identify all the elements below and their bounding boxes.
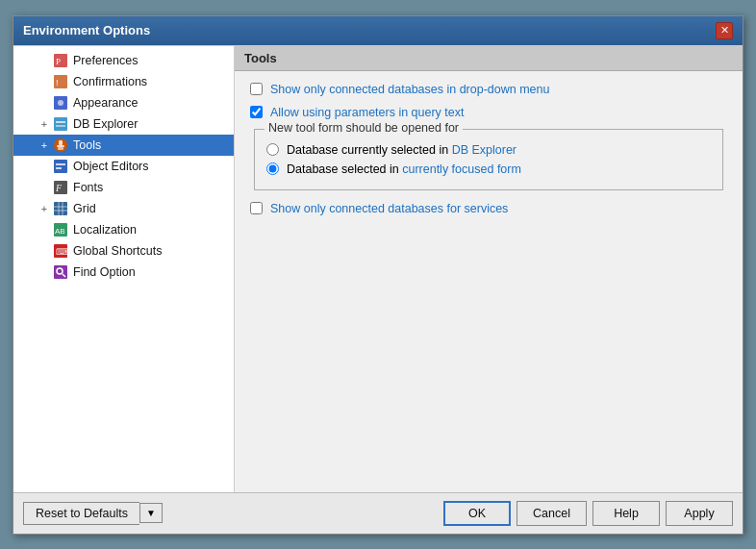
expander-tools: + — [37, 137, 52, 153]
sidebar-item-label: Appearance — [73, 96, 230, 110]
svg-text:F: F — [55, 183, 63, 193]
panel-content: Show only connected databases in drop-do… — [235, 71, 743, 492]
expander-find-option — [37, 264, 52, 280]
svg-rect-6 — [54, 117, 67, 131]
panel-header: Tools — [235, 46, 743, 71]
svg-text:AB: AB — [55, 227, 65, 236]
expander-localization — [37, 222, 52, 237]
checkbox-allow-parameters[interactable] — [250, 106, 263, 118]
ok-button[interactable]: OK — [443, 501, 511, 526]
footer-left: Reset to Defaults ▼ — [23, 502, 163, 525]
close-button[interactable]: ✕ — [716, 22, 733, 39]
sidebar-item-grid[interactable]: + Grid — [13, 198, 234, 219]
radio-row-db-explorer: Database currently selected in DB Explor… — [266, 143, 711, 157]
label-text-radio2-part1: Database selected in — [287, 162, 402, 176]
sidebar-item-label: Confirmations — [73, 75, 230, 88]
sidebar-item-label: DB Explorer — [73, 117, 230, 131]
preferences-icon: P — [52, 52, 69, 69]
label-connected-databases-services[interactable]: Show only connected databases for servic… — [270, 202, 508, 215]
object-editors-icon — [52, 158, 69, 175]
expander-grid: + — [37, 201, 52, 216]
group-box-title: New tool form should be opened for — [265, 121, 463, 135]
sidebar-item-label: Tools — [73, 138, 230, 152]
apply-button[interactable]: Apply — [666, 501, 733, 526]
dialog-footer: Reset to Defaults ▼ OK Cancel Help Apply — [13, 492, 743, 534]
help-button[interactable]: Help — [592, 501, 660, 526]
appearance-icon — [52, 94, 69, 112]
expander-fonts — [37, 180, 52, 195]
expander-db-explorer: + — [37, 116, 52, 132]
svg-rect-7 — [56, 121, 65, 123]
reset-dropdown-button[interactable]: ▼ — [139, 503, 163, 523]
find-option-icon — [52, 263, 69, 281]
sidebar-item-fonts[interactable]: F Fonts — [13, 177, 234, 198]
sidebar-item-preferences[interactable]: P Preferences — [13, 50, 234, 71]
sidebar-item-confirmations[interactable]: ! Confirmations — [13, 71, 234, 92]
svg-text:!: ! — [56, 78, 59, 87]
expander-confirmations — [37, 74, 52, 89]
label-text-radio1-blue: DB Explorer — [452, 143, 517, 157]
grid-icon — [52, 200, 69, 217]
option-connected-databases-services: Show only connected databases for servic… — [250, 202, 727, 215]
sidebar-item-find-option[interactable]: Find Option — [13, 262, 234, 283]
sidebar-item-tools[interactable]: + Tools — [13, 135, 234, 156]
sidebar-item-localization[interactable]: AB Localization — [13, 219, 234, 240]
sidebar-item-label: Fonts — [73, 181, 230, 194]
option-allow-parameters: Allow using parameters in query text — [250, 106, 727, 119]
svg-rect-12 — [58, 147, 63, 150]
option-connected-databases-dropdown: Show only connected databases in drop-do… — [250, 83, 727, 96]
confirmations-icon: ! — [52, 73, 69, 90]
sidebar-item-object-editors[interactable]: Object Editors — [13, 156, 234, 177]
svg-rect-18 — [54, 202, 67, 215]
cancel-button[interactable]: Cancel — [517, 501, 587, 526]
radio-database-in-db-explorer[interactable] — [266, 143, 279, 156]
db-explorer-icon — [52, 115, 69, 133]
label-text-connected-db: Show only connected databases in drop-do… — [270, 83, 549, 96]
expander-global-shortcuts — [37, 243, 52, 259]
dialog-body: P Preferences ! Confirmations Appearance — [13, 45, 743, 492]
localization-icon: AB — [52, 221, 69, 238]
svg-text:P: P — [56, 57, 61, 66]
sidebar-item-label: Find Option — [73, 265, 230, 279]
checkbox-connected-databases-dropdown[interactable] — [250, 83, 263, 95]
label-radio-focused-form[interactable]: Database selected in currently focused f… — [287, 162, 521, 176]
sidebar-item-label: Object Editors — [73, 160, 230, 173]
svg-rect-13 — [54, 160, 67, 173]
label-text-services: Show only connected databases for servic… — [270, 202, 508, 215]
sidebar-item-label: Grid — [73, 202, 230, 215]
svg-rect-10 — [59, 140, 63, 145]
label-text-radio1-part1: Database currently selected in — [287, 143, 452, 157]
label-radio-db-explorer[interactable]: Database currently selected in DB Explor… — [287, 143, 517, 157]
dialog-title: Environment Options — [23, 23, 150, 37]
radio-database-in-focused-form[interactable] — [266, 162, 279, 175]
label-text-allow-parameters: Allow using parameters in query text — [270, 106, 464, 119]
tools-icon — [52, 137, 69, 154]
global-shortcuts-icon: ⌨ — [52, 242, 69, 260]
svg-text:⌨: ⌨ — [56, 247, 67, 257]
label-connected-databases-dropdown[interactable]: Show only connected databases in drop-do… — [270, 83, 549, 96]
fonts-icon: F — [52, 179, 69, 196]
sidebar-item-label: Preferences — [73, 54, 230, 67]
sidebar-item-label: Localization — [73, 223, 230, 237]
environment-options-dialog: Environment Options ✕ P Preferences ! Co… — [13, 15, 743, 535]
sidebar-item-appearance[interactable]: Appearance — [13, 92, 234, 113]
radio-row-focused-form: Database selected in currently focused f… — [266, 162, 711, 176]
sidebar-item-label: Global Shortcuts — [73, 244, 230, 258]
title-bar: Environment Options ✕ — [13, 16, 743, 45]
expander-preferences — [37, 53, 52, 68]
svg-rect-8 — [56, 125, 65, 127]
sidebar-tree: P Preferences ! Confirmations Appearance — [13, 46, 235, 492]
label-text-radio2-blue: currently focused form — [402, 162, 521, 176]
sidebar-item-db-explorer[interactable]: + DB Explorer — [13, 113, 234, 135]
group-new-tool-form: New tool form should be opened for Datab… — [254, 129, 723, 190]
checkbox-connected-databases-services[interactable] — [250, 202, 263, 214]
sidebar-item-global-shortcuts[interactable]: ⌨ Global Shortcuts — [13, 240, 234, 262]
expander-object-editors — [37, 159, 52, 174]
footer-right: OK Cancel Help Apply — [443, 501, 733, 526]
main-panel: Tools Show only connected databases in d… — [235, 46, 743, 492]
label-allow-parameters[interactable]: Allow using parameters in query text — [270, 106, 464, 119]
svg-point-5 — [58, 100, 63, 106]
svg-rect-11 — [57, 145, 64, 147]
reset-to-defaults-button[interactable]: Reset to Defaults — [23, 502, 139, 525]
expander-appearance — [37, 95, 52, 111]
